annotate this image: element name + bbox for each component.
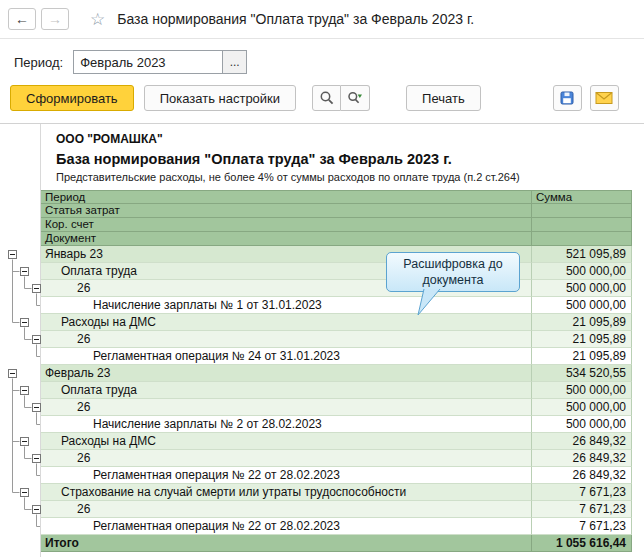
row-label-cell[interactable]: Расходы на ДМС bbox=[41, 314, 532, 331]
row-sum-cell[interactable]: 534 520,55 bbox=[532, 365, 632, 382]
row-label-cell[interactable]: Регламентная операция № 24 от 31.01.2023 bbox=[41, 348, 532, 365]
report-row: Февраль 23534 520,55 bbox=[41, 365, 632, 382]
search-icon bbox=[319, 90, 335, 106]
header-cell bbox=[532, 232, 632, 246]
row-sum-cell[interactable]: 500 000,00 bbox=[532, 280, 632, 297]
total-row[interactable]: Итого 1 055 616,44 bbox=[41, 535, 632, 552]
collapse-toggle[interactable] bbox=[20, 437, 29, 446]
header-cell bbox=[532, 218, 632, 232]
report-row: Оплата труда500 000,00 bbox=[41, 382, 632, 399]
report-row: 26500 000,00 bbox=[41, 399, 632, 416]
row-label-cell[interactable]: Расходы на ДМС bbox=[41, 433, 532, 450]
report-row: Оплата труда500 000,00 bbox=[41, 263, 632, 280]
forward-icon: → bbox=[48, 11, 62, 27]
report-row: Расходы на ДМС26 849,32 bbox=[41, 433, 632, 450]
report-content: ООО "РОМАШКА" База нормирования "Оплата … bbox=[40, 124, 632, 557]
report-row: 26500 000,00 bbox=[41, 280, 632, 297]
collapse-toggle[interactable] bbox=[32, 403, 41, 412]
collapse-toggle[interactable] bbox=[20, 488, 29, 497]
row-sum-cell[interactable]: 21 095,89 bbox=[532, 314, 632, 331]
period-input[interactable] bbox=[73, 50, 223, 74]
report-row: Начисление зарплаты № 2 от 28.02.2023500… bbox=[41, 416, 632, 433]
period-row: Период: ... bbox=[0, 39, 644, 85]
report-row: Регламентная операция № 24 от 31.01.2023… bbox=[41, 348, 632, 365]
row-sum-cell[interactable]: 500 000,00 bbox=[532, 263, 632, 280]
row-label-cell[interactable]: Февраль 23 bbox=[41, 365, 532, 382]
header-cell: Кор. счет bbox=[41, 218, 532, 232]
report-row: 267 671,23 bbox=[41, 501, 632, 518]
report-note: Представительские расходы, не более 4% о… bbox=[41, 167, 632, 190]
row-sum-cell[interactable]: 500 000,00 bbox=[532, 382, 632, 399]
favorite-star-icon[interactable]: ☆ bbox=[90, 11, 105, 28]
total-sum: 1 055 616,44 bbox=[532, 535, 632, 552]
row-label-cell[interactable]: 26 bbox=[41, 399, 532, 416]
collapse-toggle[interactable] bbox=[20, 386, 29, 395]
generate-button[interactable]: Сформировать bbox=[10, 85, 134, 111]
report-row: Регламентная операция № 22 от 28.02.2023… bbox=[41, 518, 632, 535]
header-cell: Статья затрат bbox=[41, 204, 532, 218]
table-body: Январь 23521 095,89Оплата труда500 000,0… bbox=[41, 246, 632, 535]
header-row: Документ bbox=[41, 232, 632, 246]
callout-tail-icon bbox=[417, 289, 443, 317]
collapse-toggle[interactable] bbox=[32, 284, 41, 293]
collapse-toggle[interactable] bbox=[32, 505, 41, 514]
forward-button[interactable]: → bbox=[41, 8, 69, 30]
collapse-toggle[interactable] bbox=[32, 335, 41, 344]
row-label-cell[interactable]: 26 bbox=[41, 331, 532, 348]
toolbar: Сформировать Показать настройки Печать bbox=[0, 85, 644, 123]
row-sum-cell[interactable]: 26 849,32 bbox=[532, 467, 632, 484]
callout-text: Расшифровка до документа bbox=[403, 257, 502, 287]
row-label-cell[interactable]: Начисление зарплаты № 1 от 31.01.2023 bbox=[41, 297, 532, 314]
collapse-toggle[interactable] bbox=[20, 267, 29, 276]
row-sum-cell[interactable]: 500 000,00 bbox=[532, 399, 632, 416]
period-picker-button[interactable]: ... bbox=[223, 50, 247, 74]
header-cell bbox=[532, 204, 632, 218]
row-label-cell[interactable]: 26 bbox=[41, 501, 532, 518]
report-row: Расходы на ДМС21 095,89 bbox=[41, 314, 632, 331]
row-label-cell[interactable]: Страхование на случай смерти или утраты … bbox=[41, 484, 532, 501]
row-sum-cell[interactable]: 26 849,32 bbox=[532, 450, 632, 467]
row-sum-cell[interactable]: 21 095,89 bbox=[532, 331, 632, 348]
report-area: ООО "РОМАШКА" База нормирования "Оплата … bbox=[0, 123, 644, 557]
sum-header-cell: Сумма bbox=[532, 190, 632, 204]
search-button[interactable] bbox=[312, 85, 341, 111]
header-cell: Документ bbox=[41, 232, 532, 246]
row-label-cell[interactable]: Начисление зарплаты № 2 от 28.02.2023 bbox=[41, 416, 532, 433]
row-label-cell[interactable]: Оплата труда bbox=[41, 382, 532, 399]
report-title: База нормирования "Оплата труда" за Февр… bbox=[41, 146, 632, 167]
back-button[interactable]: ← bbox=[8, 8, 36, 30]
row-sum-cell[interactable]: 21 095,89 bbox=[532, 348, 632, 365]
show-settings-button[interactable]: Показать настройки bbox=[144, 85, 296, 111]
print-button[interactable]: Печать bbox=[406, 85, 481, 111]
report-row: Январь 23521 095,89 bbox=[41, 246, 632, 263]
row-sum-cell[interactable]: 7 671,23 bbox=[532, 518, 632, 535]
search-next-icon bbox=[347, 90, 363, 106]
page-title: База нормирования "Оплата труда" за Февр… bbox=[117, 11, 474, 27]
row-label-cell[interactable]: Регламентная операция № 22 от 28.02.2023 bbox=[41, 518, 532, 535]
total-label: Итого bbox=[41, 535, 532, 552]
envelope-icon bbox=[595, 91, 613, 105]
annotation-callout: Расшифровка до документа bbox=[386, 252, 520, 292]
floppy-disk-icon bbox=[559, 90, 575, 106]
row-sum-cell[interactable]: 26 849,32 bbox=[532, 433, 632, 450]
row-label-cell[interactable]: Регламентная операция № 22 от 28.02.2023 bbox=[41, 467, 532, 484]
row-sum-cell[interactable]: 500 000,00 bbox=[532, 297, 632, 314]
report-row: 2621 095,89 bbox=[41, 331, 632, 348]
collapse-toggle[interactable] bbox=[32, 454, 41, 463]
row-label-cell[interactable]: 26 bbox=[41, 450, 532, 467]
row-sum-cell[interactable]: 521 095,89 bbox=[532, 246, 632, 263]
header-row: Статья затрат bbox=[41, 204, 632, 218]
collapse-toggle[interactable] bbox=[8, 369, 17, 378]
row-sum-cell[interactable]: 7 671,23 bbox=[532, 484, 632, 501]
collapse-toggle[interactable] bbox=[20, 318, 29, 327]
back-icon: ← bbox=[15, 11, 29, 27]
report-row: 2626 849,32 bbox=[41, 450, 632, 467]
row-sum-cell[interactable]: 500 000,00 bbox=[532, 416, 632, 433]
save-button[interactable] bbox=[553, 85, 582, 111]
report-row: Регламентная операция № 22 от 28.02.2023… bbox=[41, 467, 632, 484]
search-next-button[interactable] bbox=[341, 85, 370, 111]
row-sum-cell[interactable]: 7 671,23 bbox=[532, 501, 632, 518]
send-email-button[interactable] bbox=[590, 85, 619, 111]
collapse-toggle[interactable] bbox=[8, 250, 17, 259]
header-row: Кор. счет bbox=[41, 218, 632, 232]
